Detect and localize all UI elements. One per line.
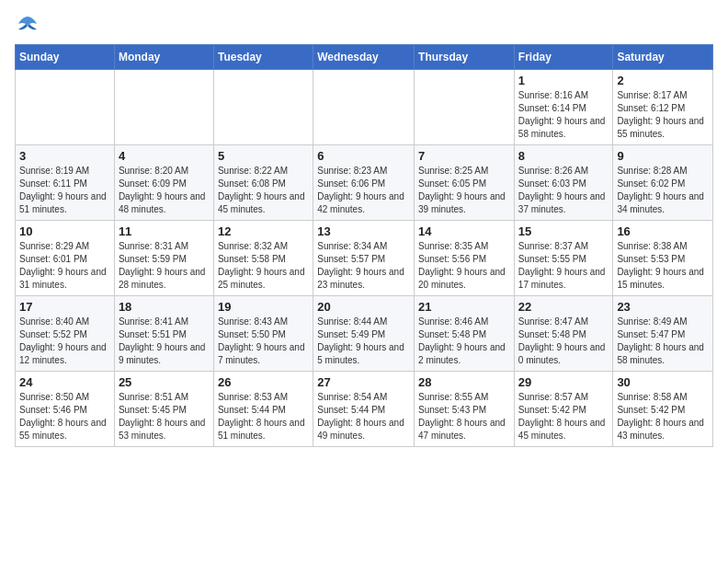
- day-number: 23: [617, 300, 709, 314]
- calendar-week-4: 17Sunrise: 8:40 AM Sunset: 5:52 PM Dayli…: [16, 296, 713, 372]
- day-info: Sunrise: 8:41 AM Sunset: 5:51 PM Dayligh…: [119, 316, 210, 367]
- day-number: 30: [617, 375, 709, 389]
- calendar-cell: 9Sunrise: 8:28 AM Sunset: 6:02 PM Daylig…: [613, 145, 713, 221]
- calendar-cell: 20Sunrise: 8:44 AM Sunset: 5:49 PM Dayli…: [313, 296, 415, 372]
- day-info: Sunrise: 8:43 AM Sunset: 5:50 PM Dayligh…: [218, 316, 309, 367]
- day-info: Sunrise: 8:26 AM Sunset: 6:03 PM Dayligh…: [518, 165, 609, 216]
- day-info: Sunrise: 8:22 AM Sunset: 6:08 PM Dayligh…: [218, 165, 309, 216]
- day-info: Sunrise: 8:51 AM Sunset: 5:45 PM Dayligh…: [119, 391, 210, 442]
- day-number: 4: [119, 149, 210, 163]
- calendar-cell: 22Sunrise: 8:47 AM Sunset: 5:48 PM Dayli…: [514, 296, 613, 372]
- day-number: 6: [317, 149, 410, 163]
- day-info: Sunrise: 8:16 AM Sunset: 6:14 PM Dayligh…: [518, 89, 609, 141]
- day-info: Sunrise: 8:53 AM Sunset: 5:44 PM Dayligh…: [218, 391, 309, 442]
- day-number: 19: [218, 300, 309, 314]
- calendar-cell: 13Sunrise: 8:34 AM Sunset: 5:57 PM Dayli…: [313, 221, 415, 296]
- day-number: 7: [418, 149, 510, 163]
- calendar-cell: 30Sunrise: 8:58 AM Sunset: 5:42 PM Dayli…: [613, 372, 713, 447]
- day-number: 24: [19, 375, 110, 389]
- day-number: 20: [317, 300, 410, 314]
- day-info: Sunrise: 8:37 AM Sunset: 5:55 PM Dayligh…: [518, 240, 609, 292]
- day-number: 1: [518, 74, 609, 87]
- calendar-cell: 8Sunrise: 8:26 AM Sunset: 6:03 PM Daylig…: [514, 145, 613, 221]
- day-number: 28: [418, 375, 510, 389]
- calendar-header-tuesday: Tuesday: [213, 45, 313, 70]
- day-info: Sunrise: 8:19 AM Sunset: 6:11 PM Dayligh…: [19, 165, 110, 216]
- calendar-cell: [213, 70, 313, 145]
- day-number: 8: [518, 149, 609, 163]
- calendar-cell: [16, 70, 115, 145]
- day-number: 5: [218, 149, 309, 163]
- day-info: Sunrise: 8:58 AM Sunset: 5:42 PM Dayligh…: [617, 391, 709, 442]
- calendar-cell: 3Sunrise: 8:19 AM Sunset: 6:11 PM Daylig…: [16, 145, 115, 221]
- day-info: Sunrise: 8:34 AM Sunset: 5:57 PM Dayligh…: [317, 240, 410, 292]
- day-number: 9: [617, 149, 709, 163]
- calendar-week-1: 1Sunrise: 8:16 AM Sunset: 6:14 PM Daylig…: [16, 70, 713, 145]
- day-number: 14: [418, 224, 510, 238]
- day-info: Sunrise: 8:57 AM Sunset: 5:42 PM Dayligh…: [518, 391, 609, 442]
- calendar-cell: 2Sunrise: 8:17 AM Sunset: 6:12 PM Daylig…: [613, 70, 713, 145]
- logo-bird-icon: [15, 15, 40, 33]
- header: [15, 15, 713, 33]
- day-number: 2: [617, 74, 709, 87]
- calendar-cell: 19Sunrise: 8:43 AM Sunset: 5:50 PM Dayli…: [213, 296, 313, 372]
- calendar-header-sunday: Sunday: [16, 45, 115, 70]
- day-info: Sunrise: 8:29 AM Sunset: 6:01 PM Dayligh…: [19, 240, 110, 292]
- calendar-cell: 11Sunrise: 8:31 AM Sunset: 5:59 PM Dayli…: [114, 221, 213, 296]
- day-number: 25: [119, 375, 210, 389]
- calendar-cell: 6Sunrise: 8:23 AM Sunset: 6:06 PM Daylig…: [313, 145, 415, 221]
- day-number: 26: [218, 375, 309, 389]
- calendar-cell: 29Sunrise: 8:57 AM Sunset: 5:42 PM Dayli…: [514, 372, 613, 447]
- calendar-header-saturday: Saturday: [613, 45, 713, 70]
- calendar-header-row: SundayMondayTuesdayWednesdayThursdayFrid…: [16, 45, 713, 70]
- day-info: Sunrise: 8:40 AM Sunset: 5:52 PM Dayligh…: [19, 316, 110, 367]
- calendar-cell: 1Sunrise: 8:16 AM Sunset: 6:14 PM Daylig…: [514, 70, 613, 145]
- calendar-cell: 15Sunrise: 8:37 AM Sunset: 5:55 PM Dayli…: [514, 221, 613, 296]
- calendar-cell: 16Sunrise: 8:38 AM Sunset: 5:53 PM Dayli…: [613, 221, 713, 296]
- day-number: 21: [418, 300, 510, 314]
- calendar-week-5: 24Sunrise: 8:50 AM Sunset: 5:46 PM Dayli…: [16, 372, 713, 447]
- day-info: Sunrise: 8:47 AM Sunset: 5:48 PM Dayligh…: [518, 316, 609, 367]
- day-number: 3: [19, 149, 110, 163]
- day-number: 22: [518, 300, 609, 314]
- calendar-cell: 27Sunrise: 8:54 AM Sunset: 5:44 PM Dayli…: [313, 372, 415, 447]
- calendar-cell: 5Sunrise: 8:22 AM Sunset: 6:08 PM Daylig…: [213, 145, 313, 221]
- logo: [15, 15, 44, 33]
- calendar-cell: 18Sunrise: 8:41 AM Sunset: 5:51 PM Dayli…: [114, 296, 213, 372]
- day-number: 12: [218, 224, 309, 238]
- day-info: Sunrise: 8:31 AM Sunset: 5:59 PM Dayligh…: [119, 240, 210, 292]
- calendar-header-monday: Monday: [114, 45, 213, 70]
- day-info: Sunrise: 8:38 AM Sunset: 5:53 PM Dayligh…: [617, 240, 709, 292]
- calendar-cell: 26Sunrise: 8:53 AM Sunset: 5:44 PM Dayli…: [213, 372, 313, 447]
- calendar-cell: 23Sunrise: 8:49 AM Sunset: 5:47 PM Dayli…: [613, 296, 713, 372]
- calendar-cell: 12Sunrise: 8:32 AM Sunset: 5:58 PM Dayli…: [213, 221, 313, 296]
- calendar-cell: [114, 70, 213, 145]
- day-info: Sunrise: 8:46 AM Sunset: 5:48 PM Dayligh…: [418, 316, 510, 367]
- day-info: Sunrise: 8:23 AM Sunset: 6:06 PM Dayligh…: [317, 165, 410, 216]
- calendar-cell: 14Sunrise: 8:35 AM Sunset: 5:56 PM Dayli…: [415, 221, 515, 296]
- calendar-cell: 7Sunrise: 8:25 AM Sunset: 6:05 PM Daylig…: [415, 145, 515, 221]
- calendar-table: SundayMondayTuesdayWednesdayThursdayFrid…: [15, 44, 713, 447]
- day-number: 13: [317, 224, 410, 238]
- day-info: Sunrise: 8:49 AM Sunset: 5:47 PM Dayligh…: [617, 316, 709, 367]
- day-number: 18: [119, 300, 210, 314]
- calendar-header-friday: Friday: [514, 45, 613, 70]
- day-info: Sunrise: 8:20 AM Sunset: 6:09 PM Dayligh…: [119, 165, 210, 216]
- calendar-cell: [313, 70, 415, 145]
- day-number: 17: [19, 300, 110, 314]
- day-number: 10: [19, 224, 110, 238]
- day-info: Sunrise: 8:28 AM Sunset: 6:02 PM Dayligh…: [617, 165, 709, 216]
- calendar-cell: 28Sunrise: 8:55 AM Sunset: 5:43 PM Dayli…: [415, 372, 515, 447]
- day-info: Sunrise: 8:54 AM Sunset: 5:44 PM Dayligh…: [317, 391, 410, 442]
- calendar-header-thursday: Thursday: [415, 45, 515, 70]
- day-info: Sunrise: 8:17 AM Sunset: 6:12 PM Dayligh…: [617, 89, 709, 141]
- calendar-week-3: 10Sunrise: 8:29 AM Sunset: 6:01 PM Dayli…: [16, 221, 713, 296]
- calendar-cell: 25Sunrise: 8:51 AM Sunset: 5:45 PM Dayli…: [114, 372, 213, 447]
- calendar-cell: [415, 70, 515, 145]
- day-info: Sunrise: 8:32 AM Sunset: 5:58 PM Dayligh…: [218, 240, 309, 292]
- day-number: 15: [518, 224, 609, 238]
- calendar-cell: 4Sunrise: 8:20 AM Sunset: 6:09 PM Daylig…: [114, 145, 213, 221]
- calendar-cell: 17Sunrise: 8:40 AM Sunset: 5:52 PM Dayli…: [16, 296, 115, 372]
- day-info: Sunrise: 8:35 AM Sunset: 5:56 PM Dayligh…: [418, 240, 510, 292]
- day-number: 29: [518, 375, 609, 389]
